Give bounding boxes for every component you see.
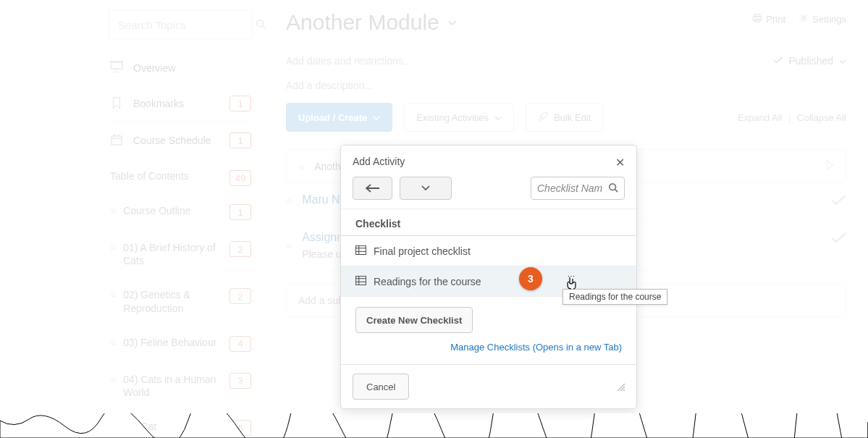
bulk-edit-button[interactable]: Bulk Edit: [526, 103, 603, 132]
check-icon: [832, 231, 846, 248]
add-activity-modal: Add Activity ✕ Checklist Final project c…: [340, 145, 637, 409]
gear-icon: [799, 13, 809, 25]
label: Published: [789, 55, 834, 67]
svg-point-13: [802, 17, 805, 20]
count-badge: 4: [229, 336, 251, 352]
drag-handle-icon[interactable]: ≡: [110, 337, 116, 348]
label: 04) Cats in a Human World: [123, 373, 222, 399]
label: Course Schedule: [133, 135, 219, 146]
chevron-down-icon: [839, 55, 846, 67]
label: Course Outline: [123, 204, 222, 217]
svg-rect-11: [754, 17, 762, 20]
collapse-all-link[interactable]: Collapse All: [797, 112, 846, 123]
count-badge: 2: [229, 288, 251, 304]
chevron-down-icon: [373, 112, 380, 123]
dates-placeholder[interactable]: Add dates and restrictions...: [286, 55, 412, 67]
label: Upload / Create: [298, 112, 367, 123]
dropdown-button[interactable]: [400, 177, 452, 200]
toc-header[interactable]: Table of Contents 49: [109, 159, 253, 193]
label: Overview: [133, 62, 251, 74]
nav-overview[interactable]: Overview: [109, 50, 253, 85]
count-badge: 1: [229, 96, 251, 111]
search-input[interactable]: [537, 182, 608, 194]
checklist-item[interactable]: Final project checklist: [341, 236, 636, 266]
presentation-icon: [110, 61, 123, 75]
label: 05) Cat: [123, 420, 222, 433]
modal-title: Add Activity: [353, 156, 405, 169]
count-badge: 3: [229, 373, 251, 389]
check-icon: [773, 55, 783, 67]
resize-handle-icon[interactable]: [615, 381, 625, 393]
label: 02) Genetics & Reproduction: [123, 288, 222, 314]
section-title: Checklist: [341, 209, 636, 236]
item-label: Readings for the course: [374, 276, 481, 287]
search-topics[interactable]: [109, 10, 253, 39]
cancel-button[interactable]: Cancel: [353, 374, 409, 400]
count-badge: 6: [229, 420, 251, 436]
drag-handle-icon[interactable]: ≡: [110, 206, 116, 216]
upload-create-button[interactable]: Upload / Create: [286, 103, 392, 132]
callout-badge: 3: [519, 267, 542, 290]
settings-button[interactable]: Settings: [799, 13, 846, 25]
nav-bookmarks[interactable]: Bookmarks 1: [109, 85, 253, 122]
drag-handle-icon[interactable]: ≡: [298, 162, 304, 172]
svg-line-15: [615, 189, 618, 192]
print-button[interactable]: Print: [752, 13, 785, 25]
count-badge: 1: [229, 204, 251, 220]
sidebar: Overview Bookmarks 1 Course Schedule 1 T…: [0, 0, 264, 438]
item-label: Final project checklist: [374, 245, 471, 257]
table-icon: [355, 245, 366, 257]
toc-item[interactable]: ≡ 01) A Brief History of Cats 2: [109, 230, 253, 277]
svg-rect-6: [111, 136, 122, 145]
svg-rect-2: [111, 62, 122, 69]
label: Print: [766, 14, 785, 25]
svg-point-14: [610, 183, 616, 190]
existing-activities-button[interactable]: Existing Activities: [404, 103, 514, 132]
bookmark-icon: [110, 97, 123, 111]
chevron-down-icon[interactable]: [448, 17, 457, 28]
svg-rect-20: [356, 276, 366, 285]
label: 01) A Brief History of Cats: [123, 241, 222, 267]
drag-handle-icon[interactable]: ≡: [110, 421, 116, 431]
drag-handle-icon[interactable]: ≡: [110, 243, 116, 253]
toc-title: Table of Contents: [110, 170, 189, 186]
toc-item[interactable]: ≡ 02) Genetics & Reproduction 2: [109, 277, 253, 324]
drag-handle-icon[interactable]: ≡: [286, 241, 292, 251]
back-button[interactable]: [353, 177, 392, 200]
nav-schedule[interactable]: Course Schedule 1: [109, 122, 253, 159]
title-text: Another Module: [286, 10, 439, 35]
label: Bookmarks: [133, 98, 219, 109]
count-badge: 1: [229, 132, 251, 148]
search-icon: [608, 182, 618, 195]
table-icon: [355, 275, 366, 287]
checklist-search[interactable]: [531, 177, 625, 200]
toc-item[interactable]: ≡ Course Outline 1: [109, 193, 253, 230]
count-badge: 49: [229, 170, 251, 186]
close-icon[interactable]: ✕: [615, 156, 625, 169]
toc-item[interactable]: ≡ 05) Cat 6: [109, 409, 253, 438]
chevron-down-icon: [494, 112, 502, 123]
drag-handle-icon[interactable]: ≡: [110, 290, 116, 300]
pencil-icon: [538, 111, 548, 124]
toc-item[interactable]: ≡ 03) Feline Behaviour 4: [109, 325, 253, 362]
search-input[interactable]: [118, 19, 256, 31]
print-icon: [752, 14, 762, 25]
label: Bulk Edit: [554, 112, 591, 123]
check-icon: [832, 193, 846, 210]
description-placeholder[interactable]: Add a description...: [286, 80, 846, 91]
label: Existing Activities: [416, 112, 489, 123]
expand-all-link[interactable]: Expand All: [738, 112, 782, 123]
calendar-icon: [110, 134, 123, 148]
label: Settings: [812, 14, 846, 25]
toc-item[interactable]: ≡ 04) Cats in a Human World 3: [109, 362, 253, 409]
manage-checklists-link[interactable]: Manage Checklists (Opens in a new Tab): [341, 339, 636, 364]
tooltip: Readings for the course: [562, 289, 667, 305]
create-checklist-button[interactable]: Create New Checklist: [355, 307, 473, 333]
published-dropdown[interactable]: Published: [773, 55, 847, 67]
drag-handle-icon[interactable]: ≡: [110, 374, 116, 384]
module-title[interactable]: Another Module: [286, 10, 457, 35]
svg-rect-16: [356, 245, 366, 254]
label: 03) Feline Behaviour: [123, 336, 222, 349]
play-icon[interactable]: [826, 160, 834, 172]
drag-handle-icon[interactable]: ≡: [286, 195, 292, 206]
